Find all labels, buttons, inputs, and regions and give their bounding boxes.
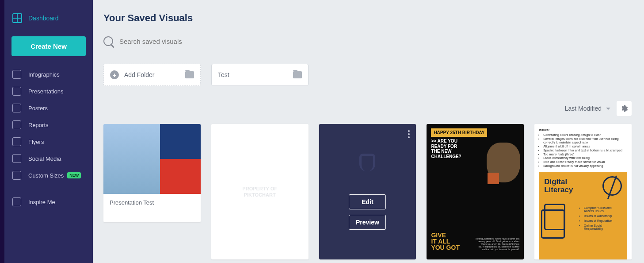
sort-label: Last Modified xyxy=(565,105,602,112)
birthday-headline: HAPPY 25TH BIRTHDAY xyxy=(431,128,487,137)
issue-item: Contrasting colors causing design to cla… xyxy=(543,133,627,137)
sidebar-nav-secondary: Inspire Me xyxy=(4,193,93,210)
issue-item: Several images/icons are distorted from … xyxy=(543,137,627,145)
visual-thumbnail: HAPPY 25TH BIRTHDAY >> ARE YOU READY FOR… xyxy=(427,124,524,259)
give-text: GIVE IT ALL YOU GOT xyxy=(431,232,460,251)
presentations-icon xyxy=(12,87,21,96)
edit-label: Edit xyxy=(362,198,373,205)
dl-bullet: Issues of Authorship xyxy=(584,214,622,217)
social-media-icon xyxy=(12,154,21,163)
visual-card-birthday[interactable]: HAPPY 25TH BIRTHDAY >> ARE YOU READY FOR… xyxy=(427,124,524,259)
dl-bullet: Online Social Responsibility xyxy=(584,224,622,230)
nav-label: Inspire Me xyxy=(28,199,55,205)
nav-label: Flyers xyxy=(28,139,44,145)
tablet-icon xyxy=(544,204,565,230)
add-folder-label: Add Folder xyxy=(124,71,154,78)
sort-row: Last Modified xyxy=(103,101,632,116)
sidebar-dashboard[interactable]: Dashboard xyxy=(4,11,93,31)
nav-label: Custom Sizes xyxy=(28,172,64,179)
issue-item: Lacks consistency with font sizing xyxy=(543,156,627,160)
issues-heading: Issues: xyxy=(539,128,627,132)
visual-thumbnail: Issues: Contrasting colors causing desig… xyxy=(534,124,632,259)
folder-icon xyxy=(293,71,302,78)
nav-label: Reports xyxy=(28,122,49,128)
orange-panel: Digital Literacy Computer Skills and Acc… xyxy=(539,172,627,260)
main-content: Your Saved Visuals + Add Folder Test Las… xyxy=(93,0,644,263)
gear-icon xyxy=(620,104,628,112)
square-graphic xyxy=(488,173,499,184)
visual-card-presentation-test[interactable]: Presentation Test xyxy=(103,124,201,222)
nav-label: Social Media xyxy=(28,155,61,162)
search-icon xyxy=(103,36,113,46)
visual-card-watermark[interactable]: PROPERTY OF PIKTOCHART xyxy=(211,124,309,259)
fine-print: Turning 25 matters. You're now a quarter… xyxy=(475,237,519,251)
sidebar-item-posters[interactable]: Posters xyxy=(4,100,93,116)
issues-block: Issues: Contrasting colors causing desig… xyxy=(539,128,627,168)
preview-label: Preview xyxy=(356,219,379,226)
search-input[interactable] xyxy=(119,38,261,45)
custom-sizes-icon xyxy=(12,171,21,180)
dl-bullet: Issues of Reputation xyxy=(584,219,622,222)
search-row xyxy=(103,36,632,46)
visual-card-digital-literacy[interactable]: Issues: Contrasting colors causing desig… xyxy=(534,124,632,259)
sidebar-item-presentations[interactable]: Presentations xyxy=(4,83,93,100)
dl-bullets: Computer Skills and Access Issues Issues… xyxy=(579,206,622,232)
sidebar-item-flyers[interactable]: Flyers xyxy=(4,133,93,150)
folder-icon xyxy=(185,71,194,78)
settings-button[interactable] xyxy=(617,101,632,116)
sidebar-item-reports[interactable]: Reports xyxy=(4,116,93,133)
give-line: GIVE xyxy=(431,232,460,238)
window-edge xyxy=(0,0,4,263)
sidebar: Dashboard Create New Infographics Presen… xyxy=(4,0,93,263)
folder-label: Test xyxy=(218,71,229,78)
edit-button[interactable]: Edit xyxy=(349,194,386,209)
watermark-line1: PROPERTY OF xyxy=(242,186,277,192)
piktochart-logo-icon xyxy=(359,154,375,171)
new-badge: NEW xyxy=(67,172,81,178)
issue-item: Spacing between intro and text at bottom… xyxy=(543,149,627,153)
nav-label: Infographics xyxy=(28,71,60,78)
create-new-label: Create New xyxy=(30,43,67,50)
visual-title: Presentation Test xyxy=(103,194,201,222)
posters-icon xyxy=(12,104,21,112)
flyers-icon xyxy=(12,137,21,146)
reports-icon xyxy=(12,120,21,129)
watermark-line2: PIKTOCHART xyxy=(242,192,277,198)
visuals-row: Presentation Test PROPERTY OF PIKTOCHART… xyxy=(103,124,632,259)
folder-test[interactable]: Test xyxy=(211,64,309,86)
give-line: IT ALL xyxy=(431,238,460,244)
infographics-icon xyxy=(12,70,21,79)
folders-row: + Add Folder Test xyxy=(103,64,632,86)
card-overlay: Edit Preview xyxy=(319,124,416,259)
sidebar-nav: Infographics Presentations Posters Repor… xyxy=(4,66,93,184)
issue-item: Icon use doesn't really make sense for v… xyxy=(543,160,627,164)
sidebar-dashboard-label: Dashboard xyxy=(28,15,59,22)
visual-thumbnail: Edit Preview xyxy=(319,124,416,259)
more-menu-icon[interactable] xyxy=(408,130,410,138)
issue-item: Alignment a bit off in certain areas xyxy=(543,145,627,149)
visual-card-hovered[interactable]: Edit Preview xyxy=(319,124,416,259)
chevron-down-icon xyxy=(606,108,610,110)
preview-button[interactable]: Preview xyxy=(349,215,386,230)
globe-icon xyxy=(602,176,622,196)
add-folder-button[interactable]: + Add Folder xyxy=(103,64,201,86)
visual-thumbnail xyxy=(103,124,201,194)
give-line: YOU GOT xyxy=(431,244,460,251)
dl-bullet: Computer Skills and Access Issues xyxy=(584,206,622,213)
issue-item: Too many fonts (three) xyxy=(543,153,627,157)
sidebar-item-social-media[interactable]: Social Media xyxy=(4,150,93,167)
sidebar-item-custom-sizes[interactable]: Custom SizesNEW xyxy=(4,167,93,184)
issues-list: Contrasting colors causing design to cla… xyxy=(543,133,627,168)
nav-label: Posters xyxy=(28,105,48,112)
sort-dropdown[interactable]: Last Modified xyxy=(565,105,610,112)
sidebar-item-infographics[interactable]: Infographics xyxy=(4,66,93,83)
visual-thumbnail: PROPERTY OF PIKTOCHART xyxy=(211,124,309,259)
issue-item: Background choice is not visually appeal… xyxy=(543,164,627,168)
dashboard-icon xyxy=(12,13,22,23)
sidebar-item-inspire-me[interactable]: Inspire Me xyxy=(4,193,93,210)
nav-label: Presentations xyxy=(28,88,64,95)
create-new-button[interactable]: Create New xyxy=(11,36,86,56)
inspire-icon xyxy=(12,197,21,206)
plus-icon: + xyxy=(110,70,119,79)
page-title: Your Saved Visuals xyxy=(103,12,632,24)
